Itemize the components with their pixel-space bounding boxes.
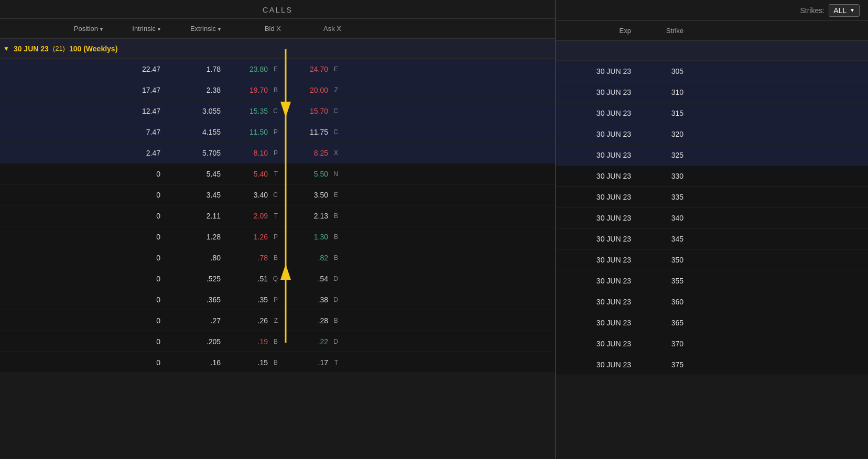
table-row[interactable]: 2.47 5.705 8.10 P 8.25 X — [0, 143, 555, 163]
col-bid-x-header: Bid X — [228, 25, 288, 32]
cell-extrinsic: 4.155 — [168, 128, 228, 136]
cell-bid: 23.80 E — [228, 65, 288, 73]
right-table-row: 30 JUN 23 315 — [556, 103, 868, 124]
right-cell-strike: 345 — [639, 235, 692, 243]
group-row[interactable]: ▼ 30 JUN 23 (21) 100 (Weeklys) — [0, 39, 555, 59]
table-row[interactable]: 0 .205 .19 B .22 D — [0, 331, 555, 352]
right-cell-exp: 30 JUN 23 — [556, 214, 639, 222]
cell-intrinsic: 0 — [110, 233, 168, 241]
cell-extrinsic: .16 — [168, 358, 228, 367]
group-count: (21) — [53, 45, 65, 52]
cell-intrinsic: 0 — [110, 254, 168, 262]
cell-extrinsic: .525 — [168, 275, 228, 283]
cell-bid: .78 B — [228, 254, 288, 262]
cell-bid: 1.26 P — [228, 233, 288, 241]
strikes-dropdown[interactable]: ALL ▼ — [829, 4, 860, 17]
calls-label: CALLS — [263, 5, 293, 14]
calls-header: CALLS — [0, 0, 555, 19]
right-cell-exp: 30 JUN 23 — [556, 360, 639, 369]
cell-ask: 15.70 C — [288, 107, 349, 115]
cell-ask: .54 D — [288, 275, 349, 283]
cell-ask: 3.50 E — [288, 191, 349, 199]
cell-ask: 8.25 X — [288, 149, 349, 157]
group-chevron[interactable]: ▼ — [3, 45, 9, 52]
table-row[interactable]: 0 .365 .35 P .38 D — [0, 289, 555, 310]
calls-section: CALLS Position▼ Intrinsic▼ Extrinsic▼ Bi… — [0, 0, 556, 459]
table-row[interactable]: 7.47 4.155 11.50 P 11.75 C — [0, 122, 555, 143]
cell-bid: 11.50 P — [228, 128, 288, 136]
right-table-row: 30 JUN 23 375 — [556, 354, 868, 375]
group-weeklys: 100 (Weeklys) — [69, 45, 117, 53]
cell-extrinsic: 3.055 — [168, 107, 228, 115]
cell-intrinsic: 7.47 — [110, 128, 168, 136]
cell-ask: 20.00 Z — [288, 86, 349, 94]
group-label: ▼ 30 JUN 23 (21) 100 (Weeklys) — [0, 45, 168, 53]
col-position-header[interactable]: Position▼ — [52, 25, 110, 32]
right-cell-exp: 30 JUN 23 — [556, 319, 639, 327]
table-row[interactable]: 0 .16 .15 B .17 T — [0, 352, 555, 373]
data-rows-container: 22.47 1.78 23.80 E 24.70 E 17.47 2.38 — [0, 59, 555, 373]
group-date: 30 JUN 23 — [14, 45, 49, 53]
right-cell-strike: 375 — [639, 360, 692, 369]
right-cell-strike: 305 — [639, 67, 692, 75]
cell-extrinsic: .365 — [168, 296, 228, 304]
right-table-row: 30 JUN 23 370 — [556, 333, 868, 354]
right-section: Strikes: ALL ▼ Exp Strike 30 JUN 23 305 — [556, 0, 868, 459]
table-row[interactable]: 22.47 1.78 23.80 E 24.70 E — [0, 59, 555, 80]
cell-extrinsic: 3.45 — [168, 191, 228, 199]
cell-bid: 8.10 P — [228, 149, 288, 157]
right-cell-strike: 320 — [639, 130, 692, 138]
cell-intrinsic: 0 — [110, 337, 168, 346]
right-table-row: 30 JUN 23 365 — [556, 312, 868, 333]
cell-ask: 11.75 C — [288, 128, 349, 136]
right-cell-strike: 355 — [639, 277, 692, 285]
right-cell-exp: 30 JUN 23 — [556, 340, 639, 348]
right-cell-exp: 30 JUN 23 — [556, 298, 639, 306]
cell-ask: .28 B — [288, 316, 349, 325]
right-table-row: 30 JUN 23 360 — [556, 291, 868, 312]
cell-ask: .82 B — [288, 254, 349, 262]
right-cell-exp: 30 JUN 23 — [556, 193, 639, 201]
cell-ask: .17 T — [288, 358, 349, 367]
right-table-row: 30 JUN 23 350 — [556, 249, 868, 270]
table-row[interactable]: 0 2.11 2.09 T 2.13 B — [0, 205, 555, 226]
cell-extrinsic: .27 — [168, 316, 228, 325]
right-cell-exp: 30 JUN 23 — [556, 277, 639, 285]
table-row[interactable]: 0 .27 .26 Z .28 B — [0, 310, 555, 331]
right-cell-exp: 30 JUN 23 — [556, 256, 639, 264]
cell-extrinsic: 1.28 — [168, 233, 228, 241]
cell-ask: 1.30 B — [288, 233, 349, 241]
cell-extrinsic: 5.45 — [168, 170, 228, 178]
right-table-row: 30 JUN 23 340 — [556, 207, 868, 228]
col-intrinsic-header[interactable]: Intrinsic▼ — [110, 25, 168, 32]
table-row[interactable]: 17.47 2.38 19.70 B 20.00 Z — [0, 80, 555, 101]
right-col-headers: Exp Strike — [556, 21, 868, 41]
table-row[interactable]: 0 .80 .78 B .82 B — [0, 247, 555, 268]
cell-intrinsic: 0 — [110, 275, 168, 283]
cell-extrinsic: 1.78 — [168, 65, 228, 73]
table-row[interactable]: 0 5.45 5.40 T 5.50 N — [0, 163, 555, 184]
cell-ask: .22 D — [288, 337, 349, 346]
right-cell-exp: 30 JUN 23 — [556, 130, 639, 138]
right-cell-exp: 30 JUN 23 — [556, 109, 639, 117]
cell-intrinsic: 0 — [110, 170, 168, 178]
cell-bid: .19 B — [228, 337, 288, 346]
right-cell-strike: 335 — [639, 193, 692, 201]
cell-intrinsic: 0 — [110, 191, 168, 199]
right-table-row: 30 JUN 23 345 — [556, 228, 868, 249]
cell-intrinsic: 0 — [110, 358, 168, 367]
col-extrinsic-header[interactable]: Extrinsic▼ — [168, 25, 228, 32]
cell-ask: 2.13 B — [288, 212, 349, 220]
right-data-rows-container: 30 JUN 23 305 30 JUN 23 310 30 JUN 23 31… — [556, 61, 868, 459]
calls-col-headers: Position▼ Intrinsic▼ Extrinsic▼ Bid X As… — [0, 19, 555, 39]
table-row[interactable]: 12.47 3.055 15.35 C 15.70 C — [0, 101, 555, 122]
right-table-row: 30 JUN 23 310 — [556, 82, 868, 103]
cell-extrinsic: 2.11 — [168, 212, 228, 220]
cell-ask: .38 D — [288, 296, 349, 304]
strikes-value: ALL — [833, 6, 847, 15]
table-row[interactable]: 0 .525 .51 Q .54 D — [0, 268, 555, 289]
table-row[interactable]: 0 1.28 1.26 P 1.30 B — [0, 226, 555, 247]
cell-bid: 19.70 B — [228, 86, 288, 94]
right-cell-exp: 30 JUN 23 — [556, 88, 639, 96]
table-row[interactable]: 0 3.45 3.40 C 3.50 E — [0, 184, 555, 205]
